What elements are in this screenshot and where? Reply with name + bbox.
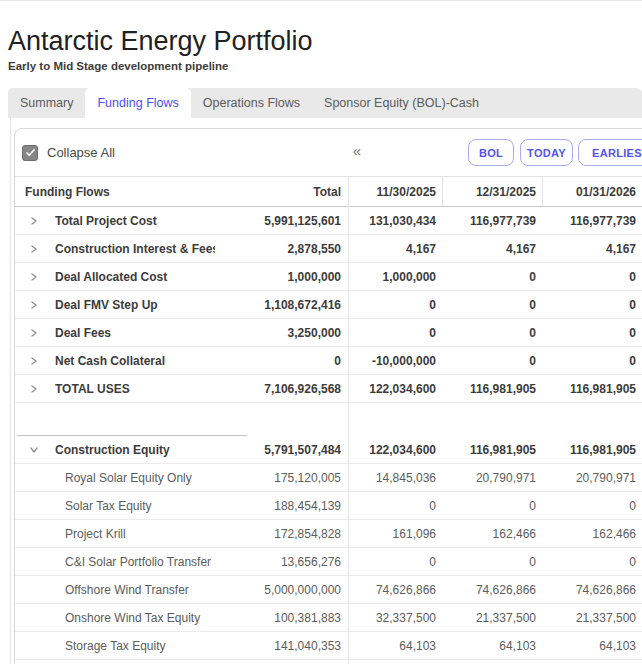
expand-chevron-icon[interactable] [30,356,39,366]
uses-section: Total Project Cost 5,991,125,601 131,030… [15,207,642,403]
page-title: Antarctic Energy Portfolio [8,26,313,57]
row-label-cell: Project Krill [15,527,215,541]
table-row[interactable]: Net Cash Collateral 0 -10,000,000 0 0 [15,347,642,375]
row-cell-value: 64,103 [542,639,642,653]
expand-chevron-icon[interactable] [30,328,39,338]
row-cell-value: 0 [348,298,442,312]
row-cell-value: 0 [442,354,542,368]
row-cell-value: 74,626,866 [442,583,542,597]
row-cell-value: 14,845,036 [348,471,442,485]
tab-funding-flows[interactable]: Funding Flows [85,88,190,118]
expand-chevron-icon[interactable] [30,272,39,282]
row-cell-value: 74,626,866 [542,583,642,597]
collapse-all-control[interactable]: Collapse All [22,129,115,176]
expand-chevron-icon[interactable] [30,216,39,226]
table-row[interactable]: Deal Allocated Cost 1,000,000 1,000,000 … [15,263,642,291]
row-cell-value: 0 [442,270,542,284]
column-header-total: Total [215,177,348,206]
window-top-edge [0,0,642,1]
expand-chevron-icon[interactable] [30,300,39,310]
row-cell-value: 4,167 [348,242,442,256]
row-total-value: 188,454,139 [215,499,348,513]
table-row: Solar Tax Equity 188,454,139 0 0 0 [15,492,642,520]
tab-bar: Summary Funding Flows Operations Flows S… [8,88,642,118]
row-cell-value: 116,981,905 [442,382,542,396]
expand-chevron-icon[interactable] [30,244,39,254]
collapse-chevron-icon[interactable] [30,445,39,455]
collapse-columns-icon[interactable]: « [347,142,367,159]
row-label: Royal Solar Equity Only [65,471,192,485]
table-row[interactable]: Construction Equity 5,791,507,484 122,03… [15,436,642,464]
collapse-all-checkbox[interactable] [22,145,38,161]
checkmark-icon [25,148,36,157]
row-cell-value: 0 [542,499,642,513]
row-label: Deal Allocated Cost [55,270,167,284]
table-row[interactable]: Deal Fees 3,250,000 0 0 0 [15,319,642,347]
row-cell-value: 1,000,000 [348,270,442,284]
row-label-cell: Storage Tax Equity [15,639,215,653]
row-cell-value: 64,103 [348,639,442,653]
earliest-button[interactable]: EARLIEST [578,139,642,166]
row-cell-value: 0 [542,270,642,284]
row-total-value: 0 [215,354,348,368]
row-label-cell: Royal Solar Equity Only [15,471,215,485]
row-total-value: 1,000,000 [215,270,348,284]
row-total-value: 172,854,828 [215,527,348,541]
bol-button[interactable]: BOL [468,139,514,166]
row-label: Construction Equity [55,443,170,457]
row-cell-value: 32,337,500 [348,611,442,625]
row-total-value: 3,250,000 [215,326,348,340]
column-header-date-2: 12/31/2025 [442,177,542,206]
row-label: Deal Fees [55,326,111,340]
column-header-date-1: 11/30/2025 [348,177,442,206]
table-row: Storage Tax Equity 141,040,353 64,103 64… [15,632,642,660]
row-label-cell: Net Cash Collateral [15,354,215,368]
table-controls: Collapse All « BOL TODAY EARLIEST [15,129,642,176]
tab-summary[interactable]: Summary [8,88,85,118]
row-cell-value: 0 [542,298,642,312]
row-cell-value: 4,167 [442,242,542,256]
row-total-value: 5,000,000,000 [215,583,348,597]
funding-flows-panel: Collapse All « BOL TODAY EARLIEST Fundin… [14,128,642,664]
collapse-all-label: Collapse All [47,145,115,160]
row-cell-value: 64,103 [442,639,542,653]
row-cell-value: 20,790,971 [542,471,642,485]
row-label: Net Cash Collateral [55,354,165,368]
row-cell-value: 0 [348,555,442,569]
row-cell-value: 0 [442,499,542,513]
row-cell-value: 131,030,434 [348,214,442,228]
row-label: Deal FMV Step Up [55,298,158,312]
row-label-cell: Solar Tax Equity [15,499,215,513]
table-row[interactable]: TOTAL USES 7,106,926,568 122,034,600 116… [15,375,642,403]
row-cell-value: 0 [542,354,642,368]
row-label: C&I Solar Portfolio Transfer [65,555,211,569]
row-label: Onshore Wind Tax Equity [65,611,200,625]
row-total-value: 13,656,276 [215,555,348,569]
row-total-value: 5,791,507,484 [215,443,348,457]
row-label-cell: C&I Solar Portfolio Transfer [15,555,215,569]
row-cell-value: 116,981,905 [542,443,642,457]
row-label-cell: Offshore Wind Transfer [15,583,215,597]
table-row[interactable]: Deal FMV Step Up 1,108,672,416 0 0 0 [15,291,642,319]
table-row: Onshore Wind Tax Equity 100,381,883 32,3… [15,604,642,632]
row-cell-value: 0 [442,298,542,312]
row-total-value: 5,991,125,601 [215,214,348,228]
section-gap [15,403,642,436]
row-cell-value: 0 [348,499,442,513]
table-row: Offshore Wind Transfer 5,000,000,000 74,… [15,576,642,604]
table-row[interactable]: Total Project Cost 5,991,125,601 131,030… [15,207,642,235]
tab-operations-flows[interactable]: Operations Flows [191,88,312,118]
tab-sponsor-equity-bol-cash[interactable]: Sponsor Equity (BOL)-Cash [312,88,491,118]
row-total-value: 141,040,353 [215,639,348,653]
row-cell-value: 161,096 [348,527,442,541]
expand-chevron-icon[interactable] [30,384,39,394]
row-cell-value: 21,337,500 [442,611,542,625]
content-panel-edge [10,118,11,664]
row-label-cell: Total Project Cost [15,214,215,228]
row-label: Storage Tax Equity [65,639,166,653]
row-cell-value: 122,034,600 [348,443,442,457]
table-row[interactable]: Construction Interest & Fees 2,878,550 4… [15,235,642,263]
today-button[interactable]: TODAY [520,139,573,166]
row-label: Construction Interest & Fees [55,242,215,256]
row-cell-value: 20,790,971 [442,471,542,485]
